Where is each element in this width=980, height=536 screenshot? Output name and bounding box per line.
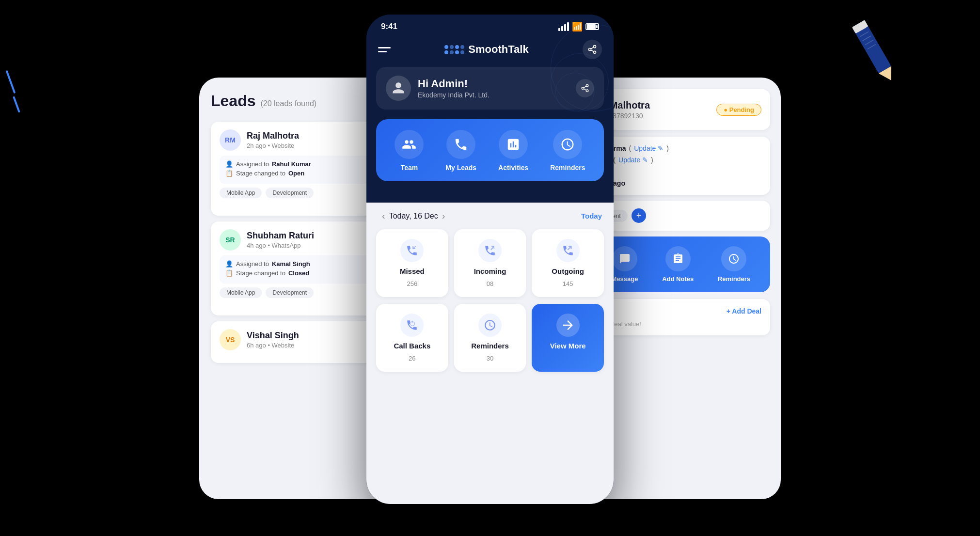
action-reminders-label: Reminders bbox=[718, 275, 750, 283]
svg-line-12 bbox=[591, 47, 594, 48]
missed-label: Missed bbox=[400, 267, 425, 275]
hamburger-menu[interactable] bbox=[378, 47, 391, 52]
addnotes-icon bbox=[665, 246, 691, 271]
missed-value: 256 bbox=[407, 280, 417, 287]
svg-point-13 bbox=[586, 85, 588, 87]
svg-point-9 bbox=[588, 48, 591, 51]
app-header: SmoothTalk bbox=[366, 35, 614, 67]
svg-point-14 bbox=[582, 87, 584, 90]
svg-line-17 bbox=[584, 86, 586, 88]
addnotes-label: Add Notes bbox=[662, 275, 694, 283]
activities-icon bbox=[499, 130, 528, 159]
greeting-text: Hi Admin! bbox=[418, 78, 490, 90]
status-icons: 📶 bbox=[558, 21, 599, 32]
stat-missed[interactable]: Missed 256 bbox=[376, 229, 448, 297]
qa-activities[interactable]: Activities bbox=[498, 130, 528, 172]
stat-incoming[interactable]: Incoming 08 bbox=[454, 229, 526, 297]
view-more-icon bbox=[556, 314, 580, 337]
prev-date-button[interactable]: ‹ bbox=[378, 210, 389, 221]
incoming-value: 08 bbox=[487, 280, 493, 287]
logo-area: SmoothTalk bbox=[444, 43, 528, 56]
qa-team[interactable]: Team bbox=[395, 130, 424, 172]
message-label: Message bbox=[612, 275, 638, 283]
missed-call-icon bbox=[400, 239, 424, 262]
lead-avatar-vishal: VS bbox=[220, 329, 241, 350]
incoming-label: Incoming bbox=[474, 267, 506, 275]
reminders-icon bbox=[553, 130, 582, 159]
message-icon bbox=[612, 246, 637, 271]
outgoing-call-icon bbox=[556, 239, 580, 262]
status-bar: 9:41 📶 bbox=[366, 15, 614, 35]
callbacks-label: Call Backs bbox=[394, 342, 430, 350]
date-nav: ‹ Today, 16 Dec › Today bbox=[366, 210, 614, 221]
action-reminders-icon bbox=[721, 246, 746, 271]
contact-status-badge: ● Pending bbox=[716, 104, 761, 116]
slash-decoration bbox=[10, 68, 17, 115]
stat-outgoing[interactable]: Outgoing 145 bbox=[532, 229, 604, 297]
greeting-share-button[interactable] bbox=[576, 79, 594, 97]
qa-myleads-label: My Leads bbox=[445, 164, 476, 172]
qa-myleads[interactable]: My Leads bbox=[445, 130, 476, 172]
team-icon bbox=[395, 130, 424, 159]
phones-container: Leads (20 leads found) RM Raj Malhotra 2… bbox=[199, 15, 781, 519]
lead-avatar-raj: RM bbox=[220, 129, 241, 151]
reminders-stat-icon bbox=[478, 314, 502, 337]
greeting-card: Hi Admin! Ekodemy India Pvt. Ltd. bbox=[376, 67, 604, 110]
svg-line-11 bbox=[591, 50, 594, 51]
user-avatar-icon bbox=[386, 76, 411, 101]
callbacks-value: 26 bbox=[409, 355, 415, 362]
stats-row-2: Call Backs 26 Reminders 30 bbox=[366, 304, 614, 372]
svg-point-8 bbox=[593, 46, 596, 48]
today-button[interactable]: Today bbox=[581, 212, 602, 220]
status-time: 9:41 bbox=[381, 22, 397, 32]
action-reminders[interactable]: Reminders bbox=[718, 246, 750, 283]
reminders-stat-value: 30 bbox=[487, 355, 493, 362]
action-message[interactable]: Message bbox=[612, 246, 638, 283]
qa-reminders[interactable]: Reminders bbox=[550, 130, 585, 172]
qa-team-label: Team bbox=[401, 164, 418, 172]
center-phone: 9:41 📶 bbox=[366, 15, 614, 504]
svg-line-16 bbox=[584, 89, 586, 90]
logo-icon bbox=[444, 45, 464, 54]
reminders-stat-label: Reminders bbox=[471, 342, 509, 350]
view-more-label: View More bbox=[550, 342, 586, 350]
incoming-call-icon bbox=[478, 239, 502, 262]
stat-callbacks[interactable]: Call Backs 26 bbox=[376, 304, 448, 372]
qa-activities-label: Activities bbox=[498, 164, 528, 172]
quick-actions: Team My Leads bbox=[376, 119, 604, 181]
view-more-card[interactable]: View More bbox=[532, 304, 604, 372]
callbacks-icon bbox=[400, 314, 424, 337]
outgoing-value: 145 bbox=[563, 280, 573, 287]
stats-row-1: Missed 256 Incoming 08 bbox=[366, 229, 614, 297]
leads-count: (20 leads found) bbox=[260, 99, 316, 108]
myleads-icon bbox=[446, 130, 475, 159]
lead-avatar-shubham: SR bbox=[220, 229, 241, 251]
svg-point-15 bbox=[586, 90, 588, 92]
share-button[interactable] bbox=[583, 40, 602, 59]
pencil-decoration bbox=[852, 12, 905, 87]
app-name: SmoothTalk bbox=[468, 43, 528, 56]
next-date-button[interactable]: › bbox=[438, 210, 449, 221]
svg-point-10 bbox=[593, 51, 596, 53]
add-deal-button[interactable]: + Add Deal bbox=[727, 307, 761, 315]
outgoing-label: Outgoing bbox=[552, 267, 584, 275]
qa-reminders-label: Reminders bbox=[550, 164, 585, 172]
company-name: Ekodemy India Pvt. Ltd. bbox=[418, 91, 490, 99]
add-tag-button[interactable]: + bbox=[632, 208, 646, 223]
action-addnotes[interactable]: Add Notes bbox=[662, 246, 694, 283]
stat-reminders[interactable]: Reminders 30 bbox=[454, 304, 526, 372]
leads-title: Leads bbox=[211, 92, 255, 110]
current-date: Today, 16 Dec bbox=[389, 212, 438, 221]
